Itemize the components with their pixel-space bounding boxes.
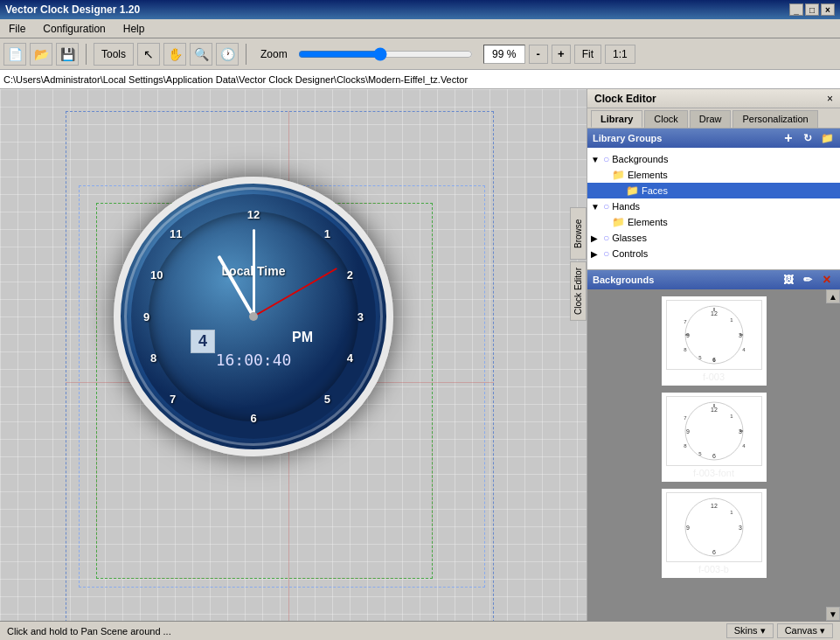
toolbar: 📄 📂 💾 Tools ↖ ✋ 🔍 🕐 Zoom 99 % - + Fit 1:… [0,38,840,70]
tab-clock[interactable]: Clock [644,110,688,128]
bg-header-icons: 🖼 ✏ × [781,272,835,288]
clock-tool[interactable]: 🕐 [216,43,239,66]
status-bar: Click and hold to Pan Scene around ... S… [0,621,840,640]
backgrounds-panel-label: Backgrounds [593,275,654,285]
clock-editor-close[interactable]: × [827,93,833,105]
expand-controls[interactable]: ▶ [591,249,603,259]
tree-elements-2[interactable]: 📁 Elements [587,214,840,230]
svg-text:3: 3 [739,525,742,531]
expand-backgrounds[interactable]: ▼ [591,155,603,164]
scroll-up-btn[interactable]: ▲ [826,289,840,303]
faces-folder-icon: 📁 [626,184,639,197]
pointer-tool[interactable]: ↖ [137,43,160,66]
tab-library[interactable]: Library [591,110,642,128]
glasses-icon: ○ [603,232,609,244]
lib-refresh-btn[interactable]: ↻ [800,130,816,146]
expand-hands[interactable]: ▼ [591,202,603,212]
lib-folder-btn[interactable]: 📁 [819,130,835,146]
zoom-label: Zoom [260,48,288,60]
maximize-btn[interactable]: □ [805,3,819,16]
svg-text:12: 12 [711,407,718,413]
canvas-area[interactable]: 12 1 2 3 4 5 6 7 8 9 10 11 Local Time [0,89,587,621]
svg-text:8: 8 [684,347,687,352]
open-btn[interactable]: 📂 [30,43,52,66]
controls-label: Controls [612,248,648,259]
clock-num-1: 1 [324,227,330,240]
bg-delete-btn[interactable]: × [819,272,835,288]
expand-glasses[interactable]: ▶ [591,233,603,243]
scroll-down-btn[interactable]: ▼ [826,607,840,621]
menu-help[interactable]: Help [118,21,150,37]
tree-view: ▼ ○ Backgrounds 📁 Elements 📁 Faces ▼ ○ H… [587,148,840,270]
tree-glasses[interactable]: ▶ ○ Glasses [587,230,840,246]
tree-faces[interactable]: 📁 Faces [587,183,840,198]
side-tab-clock-editor[interactable]: Clock Editor [570,261,587,321]
menu-bar: File Configuration Help [0,19,840,38]
status-text: Click and hold to Pan Scene around ... [7,626,171,637]
tree-backgrounds[interactable]: ▼ ○ Backgrounds [587,151,840,167]
tab-draw[interactable]: Draw [690,110,732,128]
elements-folder-icon-2: 📁 [612,216,625,228]
menu-configuration[interactable]: Configuration [38,21,110,37]
side-tab-browse[interactable]: Browse [570,207,587,260]
title-bar-controls[interactable]: _ □ × [789,3,835,16]
backgrounds-label: Backgrounds [612,154,668,164]
current-path: C:\Users\Administrator\Local Settings\Ap… [3,74,468,85]
svg-text:6: 6 [712,453,716,459]
elements-label-2: Elements [628,217,668,227]
clock-container: 12 1 2 3 4 5 6 7 8 9 10 11 Local Time [114,177,393,456]
zoom-plus-btn[interactable]: + [552,45,571,64]
minimize-btn[interactable]: _ [789,3,803,16]
thumb-f003-b-svg: 12 3 6 9 1 [670,495,758,560]
bg-edit-btn[interactable]: ✏ [800,272,816,288]
clock-num-2: 2 [347,268,353,282]
tab-personalization[interactable]: Personalization [732,110,817,128]
thumb-f003-font-svg: 12 3 6 9 1 4 5 8 7 [670,399,758,464]
zoom-1to1-btn[interactable]: 1:1 [605,45,635,64]
thumb-f003-b[interactable]: 12 3 6 9 1 f-003-b [662,489,767,578]
clock-num-4: 4 [347,351,353,365]
tree-elements-1[interactable]: 📁 Elements [587,167,840,183]
tree-controls[interactable]: ▶ ○ Controls [587,246,840,261]
right-panel: Clock Editor × Library Clock Draw Person… [587,89,840,621]
library-groups-label: Library Groups [593,133,662,143]
tools-button[interactable]: Tools [94,43,134,66]
library-groups-header: Library Groups + ↻ 📁 [587,129,840,148]
svg-text:6: 6 [712,549,716,555]
day-box: 4 [191,330,215,353]
ampm-label: PM [292,330,313,345]
svg-text:12: 12 [711,503,718,509]
pan-tool[interactable]: ✋ [163,43,186,66]
zoom-fit-btn[interactable]: Fit [574,45,601,64]
faces-label: Faces [642,185,668,196]
save-btn[interactable]: 💾 [56,43,79,66]
tree-hands[interactable]: ▼ ○ Hands [587,198,840,214]
svg-text:8: 8 [684,443,687,449]
svg-text:7: 7 [684,415,687,421]
bg-image-btn[interactable]: 🖼 [781,272,796,288]
lib-header-icons: + ↻ 📁 [781,130,835,146]
menu-file[interactable]: File [3,21,31,37]
lib-add-btn[interactable]: + [781,130,796,146]
zoom-percent: 99 % [483,45,525,64]
clock-editor-title: Clock Editor [594,93,656,105]
clock-num-6: 6 [250,412,256,425]
zoom-slider[interactable] [298,47,473,61]
controls-icon: ○ [603,247,609,260]
center-dot [249,312,258,321]
thumb-f003[interactable]: 12 3 6 9 1 4 5 8 7 [662,296,767,386]
backgrounds-icon: ○ [603,153,609,165]
new-btn[interactable]: 📄 [3,43,26,66]
thumb-f003-svg: 12 3 6 9 1 4 5 8 7 [670,303,758,368]
skins-btn[interactable]: Skins ▾ [726,623,774,638]
zoom-minus-btn[interactable]: - [529,45,548,64]
app-title: Vector Clock Designer 1.20 [5,3,140,16]
thumb-f003-font[interactable]: 12 3 6 9 1 4 5 8 7 [662,393,767,482]
minute-hand [253,229,255,317]
right-side-tabs: Browse Clock Editor [570,207,587,321]
clock-num-12: 12 [247,208,260,221]
path-bar: C:\Users\Administrator\Local Settings\Ap… [0,70,840,89]
close-btn[interactable]: × [821,3,835,16]
canvas-btn[interactable]: Canvas ▾ [777,623,833,638]
zoom-tool[interactable]: 🔍 [190,43,212,66]
